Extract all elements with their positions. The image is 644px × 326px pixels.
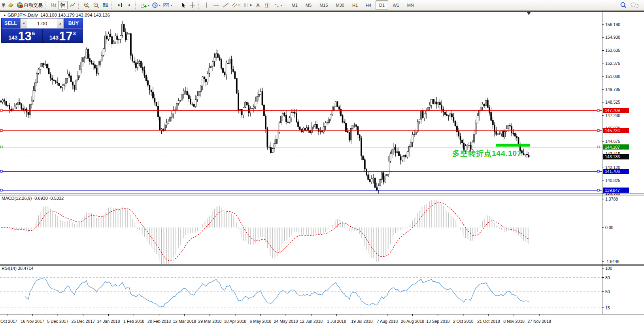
price-tick-label: 154.930 — [605, 35, 620, 40]
timeframe-button-m5[interactable]: M5 — [302, 0, 315, 10]
toolbar-grip — [78, 2, 81, 9]
trendline-button[interactable] — [221, 1, 230, 9]
line-chart-icon — [69, 2, 76, 8]
macd-tick-label: 1.3788 — [605, 197, 618, 201]
date-label: 26 Aug 2018 — [401, 319, 424, 324]
hline-147.709[interactable] — [0, 110, 602, 112]
date-label: 19 Jul 2018 — [351, 319, 372, 324]
sell-price[interactable]: 143 13 6 — [2, 29, 43, 43]
chart-shift-icon — [126, 2, 132, 8]
cursor-button[interactable] — [178, 1, 188, 9]
fibonacci-button[interactable]: F — [242, 1, 253, 9]
label-tool-letter: T — [265, 3, 270, 8]
search-icon[interactable] — [620, 2, 627, 9]
chevron-down-icon: ▾ — [171, 4, 172, 7]
timeframe-button-w1[interactable]: W1 — [389, 0, 403, 10]
crosshair-button[interactable] — [188, 1, 197, 9]
hline-144.107[interactable] — [0, 144, 602, 148]
rsi-tick-label: 80 — [605, 275, 610, 280]
macd-histogram — [1, 200, 529, 267]
timeframe-button-m1[interactable]: M1 — [288, 0, 301, 10]
date-label: 12 Mar 2018 — [173, 319, 196, 324]
timeframe-button-mn[interactable]: MN — [404, 0, 417, 10]
hline-price-badge: 139.847 — [603, 188, 629, 193]
timeframe-button-m15[interactable]: M15 — [316, 0, 331, 10]
chart-canvas[interactable] — [0, 11, 644, 326]
zoom-out-button[interactable] — [91, 1, 101, 9]
toolbar-grip — [198, 2, 201, 9]
sell-price-pipette: 6 — [32, 30, 35, 36]
text-label-button[interactable]: T — [263, 1, 272, 9]
zoom-out-icon — [93, 2, 100, 9]
buy-price-prefix: 143 — [49, 34, 59, 41]
zoom-in-button[interactable] — [82, 1, 91, 9]
timeframe-button-m30[interactable]: M30 — [332, 0, 348, 10]
hline-139.847[interactable] — [0, 189, 602, 191]
sell-price-prefix: 143 — [8, 34, 17, 41]
templates-button[interactable]: ▾ — [162, 1, 174, 9]
ohlc-readout: 143.100 143.179 143.094 143.136 — [40, 13, 110, 17]
volume-input[interactable]: 1.00 — [27, 19, 57, 28]
auto-scroll-button[interactable] — [115, 1, 125, 9]
vertical-line-button[interactable] — [202, 1, 212, 9]
history-button[interactable] — [6, 1, 15, 9]
rsi-tick-label: 15 — [605, 305, 610, 310]
rsi-label: RSI(14) 38.4714 — [2, 266, 34, 271]
date-label: 20 Feb 2018 — [147, 319, 171, 324]
horizontal-line-button[interactable] — [212, 1, 221, 9]
price-tick-label: 156.190 — [605, 22, 620, 27]
indicators-button[interactable]: ▾ — [139, 1, 151, 9]
price-tick-label: 152.375 — [605, 61, 620, 66]
autotrade-button[interactable]: 自动交易 — [15, 1, 44, 9]
buy-price-big: 17 — [59, 31, 72, 42]
price-tick-label: 151.080 — [605, 74, 620, 79]
date-label: 13 Sep 2018 — [426, 319, 450, 324]
chart-line-button[interactable] — [68, 1, 77, 9]
price-tick-label: 144.675 — [605, 139, 620, 144]
periods-button[interactable]: ▾ — [151, 1, 162, 9]
chart-bars-button[interactable] — [49, 1, 58, 9]
autotrade-icon — [17, 2, 23, 8]
auto-scroll-icon — [117, 2, 123, 8]
symbol-period-label: GBPJPY-,Daily — [8, 13, 38, 17]
date-label: 12 Jun 2018 — [300, 319, 323, 324]
date-label: 16 Nov 2017 — [21, 319, 44, 324]
chat-icon[interactable] — [630, 2, 640, 9]
timeframe-button-h4[interactable]: H4 — [362, 0, 375, 10]
sell-button[interactable]: SELL — [2, 18, 20, 28]
chart-shift-button[interactable] — [125, 1, 134, 9]
buy-price[interactable]: 143 17 3 — [43, 29, 83, 43]
equidistant-channel-button[interactable]: E — [230, 1, 242, 9]
timeframe-button-d1[interactable]: D1 — [376, 0, 388, 10]
volume-increase-button[interactable]: ▲ — [57, 19, 64, 28]
volume-decrease-button[interactable]: ▼ — [21, 19, 27, 28]
macd-pane[interactable] — [1, 200, 529, 267]
shapes-button[interactable]: ▾ — [272, 1, 283, 9]
zoom-in-icon — [83, 2, 90, 9]
buy-button[interactable]: BUY — [64, 18, 83, 28]
candlestick-chart-icon — [60, 2, 66, 8]
candles-group[interactable] — [0, 21, 529, 193]
macd-label: MACD(12,26,9) -0.6930 -0.5332 — [2, 196, 64, 201]
tile-windows-button[interactable] — [101, 1, 110, 9]
chart-title: ▲GBPJPY-,Daily 143.100 143.179 143.094 1… — [3, 13, 110, 17]
order-button[interactable]: 单 — [1, 2, 6, 9]
pivot-annotation[interactable]: 多空转折点144.107 — [452, 148, 522, 159]
tile-windows-icon — [102, 2, 109, 8]
date-label: 8 Nov 2018 — [503, 319, 525, 324]
collapse-triangle-icon[interactable]: ▲ — [3, 13, 6, 17]
rsi-pane[interactable] — [0, 278, 602, 308]
text-tool-button[interactable]: A — [253, 1, 263, 9]
channel-icon — [232, 2, 238, 8]
pivot-highlight-bar — [496, 144, 530, 147]
toolbar-right-group — [620, 2, 643, 9]
hline-price-badge: 144.107 — [603, 144, 629, 150]
price-tick-label: 147.230 — [605, 113, 620, 118]
timeframe-button-h1[interactable]: H1 — [349, 0, 361, 10]
hline-141.706[interactable] — [0, 171, 602, 172]
price-tick-label: 153.635 — [605, 48, 620, 53]
date-label: 25 Dec 2017 — [72, 319, 95, 324]
chart-candles-button[interactable] — [58, 1, 68, 9]
hline-price-badge: 141.706 — [603, 169, 629, 174]
date-label: 24 May 2018 — [274, 319, 298, 324]
